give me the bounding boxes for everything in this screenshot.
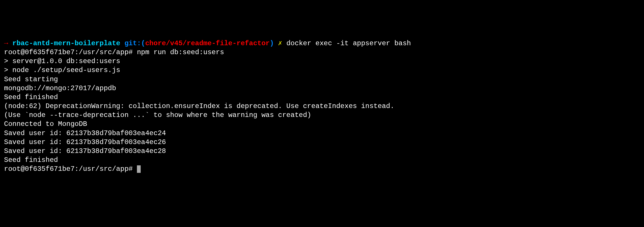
saved-user-1: Saved user id: 62137b38d79baf003ea4ec24 xyxy=(4,129,640,138)
container-prompt: root@0f635f671be7:/usr/src/app# xyxy=(4,48,137,56)
saved-user-3: Saved user id: 62137b38d79baf003ea4ec28 xyxy=(4,147,640,156)
seed-finished-2: Seed finished xyxy=(4,156,640,164)
npm-script-cmd: > node ./setup/seed-users.js xyxy=(4,66,640,75)
paren-open: ( xyxy=(141,39,145,47)
prompt-line-1: → rbac-antd-mern-boilerplate git:(chore/… xyxy=(4,39,640,48)
seed-start: Seed starting xyxy=(4,75,640,84)
prompt-arrow-icon: → xyxy=(4,39,12,47)
prompt-line-3[interactable]: root@0f635f671be7:/usr/src/app# xyxy=(4,164,640,173)
command-text: docker exec -it appserver bash xyxy=(286,39,411,47)
repo-name: rbac-antd-mern-boilerplate xyxy=(12,39,120,47)
seed-finished-1: Seed finished xyxy=(4,93,640,102)
terminal-window[interactable]: → rbac-antd-mern-boilerplate git:(chore/… xyxy=(4,39,640,174)
git-branch: chore/v45/readme-file-refactor xyxy=(145,39,270,47)
npm-command: npm run db:seed:users xyxy=(137,48,224,56)
dirty-mark-icon: ✗ xyxy=(274,39,286,47)
deprecation-hint: (Use `node --trace-deprecation ...` to s… xyxy=(4,111,640,120)
container-prompt-2: root@0f635f671be7:/usr/src/app# xyxy=(4,165,137,173)
npm-script-header: > server@1.0.0 db:seed:users xyxy=(4,57,640,66)
deprecation-warning: (node:62) DeprecationWarning: collection… xyxy=(4,102,640,111)
cursor-icon xyxy=(137,165,141,173)
git-label: git: xyxy=(120,39,141,47)
prompt-line-2: root@0f635f671be7:/usr/src/app# npm run … xyxy=(4,48,640,57)
paren-close: ) xyxy=(270,39,274,47)
mongo-uri: mongodb://mongo:27017/appdb xyxy=(4,84,640,93)
saved-user-2: Saved user id: 62137b38d79baf003ea4ec26 xyxy=(4,138,640,147)
connected-msg: Connected to MongoDB xyxy=(4,120,640,128)
